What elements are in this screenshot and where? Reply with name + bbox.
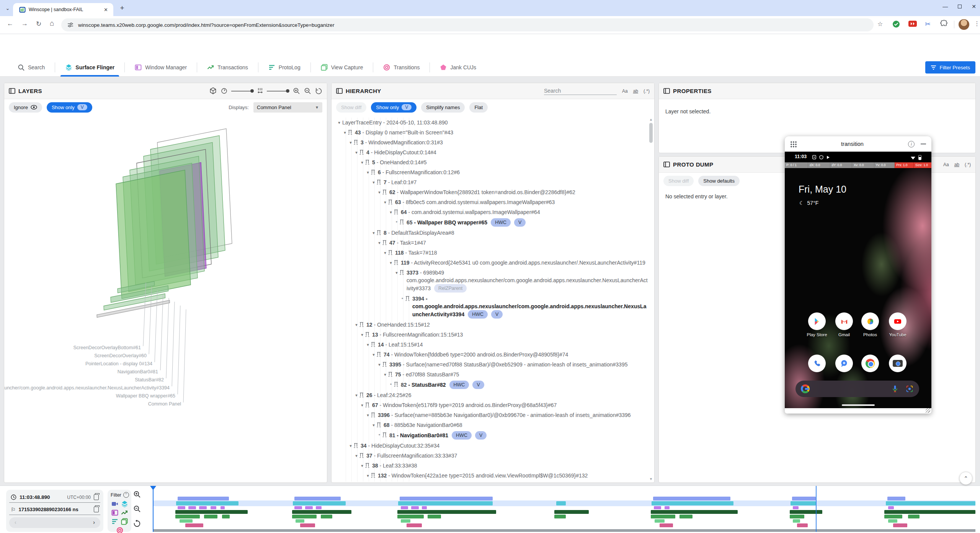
collapse-arrow-icon[interactable]: ▾: [342, 129, 348, 136]
profile-avatar[interactable]: [959, 19, 969, 30]
reload-icon[interactable]: ↻: [36, 20, 41, 28]
trace-segment[interactable]: [407, 523, 422, 527]
trace-segment[interactable]: [793, 506, 799, 509]
previous-frame-icon[interactable]: ‹: [15, 519, 16, 525]
next-frame-icon[interactable]: ›: [93, 519, 95, 525]
tab-close-icon[interactable]: ✕: [102, 7, 109, 13]
hierarchy-node[interactable]: ▾119 - ActivityRecord{24e5341 u0 com.goo…: [335, 258, 648, 268]
hierarchy-search-input[interactable]: [544, 87, 617, 95]
simplify-names-button[interactable]: Simplify names: [421, 102, 465, 113]
trace-segment[interactable]: [321, 515, 332, 518]
transitions-filter-icon[interactable]: [116, 527, 123, 533]
show-defaults-button[interactable]: Show defaults: [698, 176, 740, 186]
trace-segment[interactable]: [908, 515, 920, 518]
collapse-arrow-icon[interactable]: ▾: [353, 452, 359, 459]
trace-segment[interactable]: [791, 501, 816, 505]
spacing-icon[interactable]: [257, 88, 263, 94]
collapse-arrow-icon[interactable]: ▾: [365, 411, 371, 419]
trace-segment[interactable]: [397, 515, 424, 518]
hierarchy-node[interactable]: ▾8 - DefaultTaskDisplayArea#8: [335, 228, 648, 238]
trace-segment[interactable]: [185, 523, 203, 527]
trace-segment[interactable]: [887, 497, 905, 500]
tab-view-capture[interactable]: View Capture: [317, 58, 367, 77]
protolog-track[interactable]: [153, 515, 975, 518]
view-capture-track[interactable]: [153, 519, 975, 523]
scroll-down-icon[interactable]: ▼: [649, 477, 653, 481]
match-word-icon[interactable]: ab: [954, 162, 959, 167]
trace-segment[interactable]: [411, 506, 418, 509]
match-case-icon[interactable]: Aa: [622, 88, 628, 94]
trace-segment[interactable]: [296, 519, 305, 523]
collapse-arrow-icon[interactable]: ▾: [353, 321, 359, 329]
transactions-track[interactable]: [153, 506, 975, 509]
hierarchy-node[interactable]: ▾6 - FullscreenMagnification:0:12#6: [335, 167, 648, 177]
trace-segment[interactable]: [554, 515, 566, 518]
hierarchy-node[interactable]: ▾74 - WindowToken{fdddbe6 type=2000 andr…: [335, 350, 648, 360]
layers-3d-canvas[interactable]: ScreenDecorOverlayBottom#61ScreenDecorOv…: [4, 116, 327, 482]
trace-segment[interactable]: [294, 497, 340, 500]
copy-icon[interactable]: [94, 494, 99, 500]
trace-segment[interactable]: [665, 506, 670, 509]
hierarchy-node[interactable]: ▾47 - Task=1#47: [335, 238, 648, 248]
regex-icon[interactable]: (.*): [644, 88, 650, 94]
hierarchy-node[interactable]: ▾34 - HideDisplayCutout:32:35#34: [335, 441, 648, 451]
hierarchy-node[interactable]: ▾3373 - 6989b49 com.google.android.apps.…: [335, 268, 648, 294]
google-lens-icon[interactable]: [905, 384, 914, 393]
3d-view-icon[interactable]: [209, 87, 217, 95]
info-icon[interactable]: i: [908, 141, 915, 147]
collapse-arrow-icon[interactable]: ▾: [359, 462, 365, 469]
trace-segment[interactable]: [397, 510, 496, 514]
phone-icon[interactable]: [808, 355, 826, 372]
hierarchy-node[interactable]: ▾43 - Display 0 name="Built-in Screen"#4…: [335, 128, 648, 137]
trace-segment[interactable]: [400, 497, 493, 500]
chrome-icon[interactable]: [861, 355, 879, 372]
collapse-arrow-icon[interactable]: ▾: [388, 259, 394, 266]
timeline-marker[interactable]: [816, 486, 817, 532]
trace-segment[interactable]: [188, 506, 196, 509]
trace-segment[interactable]: [220, 506, 225, 509]
trace-segment[interactable]: [180, 519, 193, 523]
show-only-v-button[interactable]: Show only V: [371, 102, 416, 113]
hierarchy-node[interactable]: ▾64 - com.android.systemui.wallpapers.Im…: [335, 207, 648, 217]
trace-segment[interactable]: [204, 515, 217, 518]
protolog-filter-icon[interactable]: [111, 518, 118, 525]
hierarchy-node[interactable]: ▾75 - ed70f88 StatusBar#75: [335, 370, 648, 379]
collapse-arrow-icon[interactable]: ▾: [371, 229, 377, 237]
window-manager-track[interactable]: [153, 510, 975, 514]
trace-segment[interactable]: [293, 501, 345, 505]
trace-segment[interactable]: [292, 515, 317, 518]
tab-search-chevron-icon[interactable]: ⌄: [3, 4, 12, 13]
url-bar[interactable]: winscope.teams.x20web.corp.google.com/pr…: [61, 18, 874, 31]
trace-segment[interactable]: [222, 515, 229, 518]
trace-segment[interactable]: [199, 506, 206, 509]
hierarchy-node[interactable]: ▾LayerTraceEntry - 2024-05-10, 11:03:48.…: [335, 118, 648, 128]
collapse-arrow-icon[interactable]: ▾: [394, 269, 400, 276]
playstore-icon[interactable]: [808, 312, 826, 330]
drag-handle-icon[interactable]: [790, 141, 797, 147]
hierarchy-node[interactable]: ▾7 - Leaf:0:1#7: [335, 177, 648, 187]
timeline-reset-zoom-icon[interactable]: [133, 520, 142, 533]
tab-transitions[interactable]: Transitions: [379, 58, 423, 77]
collapse-arrow-icon[interactable]: ▾: [353, 391, 359, 399]
timeline-cursor[interactable]: [153, 486, 154, 532]
gmail-app[interactable]: Gmail: [833, 312, 856, 337]
collapse-arrow-icon[interactable]: ▾: [365, 341, 371, 348]
trace-segment[interactable]: [660, 523, 673, 527]
trace-segment[interactable]: [792, 497, 816, 500]
trace-segment[interactable]: [888, 506, 894, 509]
view-capture-filter-icon[interactable]: [121, 518, 127, 525]
scrollbar-thumb[interactable]: [649, 123, 653, 143]
back-icon[interactable]: ←: [7, 20, 13, 28]
trace-segment[interactable]: [652, 501, 734, 505]
tab-window-manager[interactable]: Window Manager: [131, 58, 191, 77]
show-diff-button[interactable]: Show diff: [663, 176, 694, 186]
hierarchy-node[interactable]: ▾132 - WindowToken{422a1ee type=2015 and…: [335, 471, 648, 481]
timeline-zoom-out-icon[interactable]: [133, 505, 142, 520]
regex-icon[interactable]: (.*): [965, 162, 971, 167]
trace-segment[interactable]: [178, 497, 229, 500]
hierarchy-node[interactable]: ▾5 - OneHanded:0:14#5: [335, 157, 648, 167]
voice-search-icon[interactable]: [891, 384, 899, 393]
hierarchy-node[interactable]: ▾38 - Leaf:33:33#38: [335, 461, 648, 471]
trace-segment[interactable]: [422, 506, 427, 509]
camera-icon[interactable]: [889, 355, 906, 372]
